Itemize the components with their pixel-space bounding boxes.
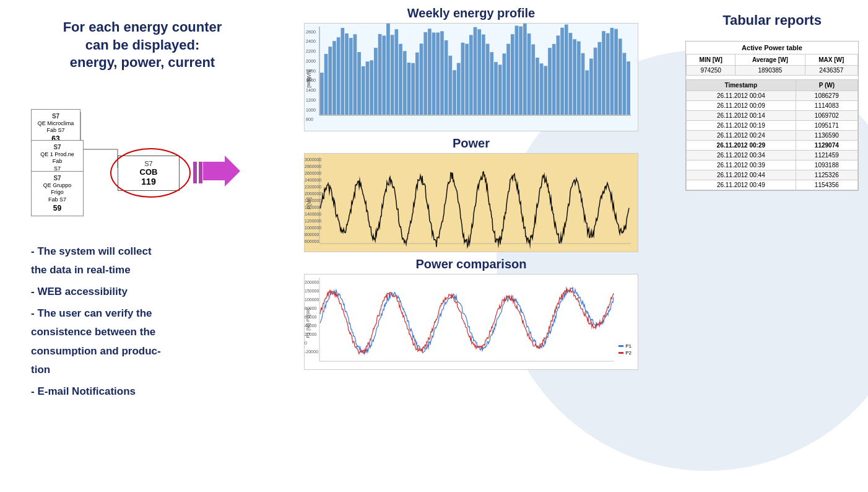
cell-timestamp: 26.11.2012 00:24 [687, 131, 796, 141]
weekly-energy-section: Weekly energy profile [Wh] 2600 2400 220… [272, 6, 670, 131]
table-row: 26.11.2012 00:341121459 [687, 151, 858, 160]
table-header-row: MIN [W] Average [W] MAX [W] [687, 55, 858, 66]
legend-p2-color [618, 352, 623, 354]
table-row: 26.11.2012 00:241136590 [687, 131, 858, 141]
power-section: Power [272, 136, 670, 252]
report-table-container: Active Power table MIN [W] Average [W] M… [685, 41, 859, 191]
weekly-canvas [305, 24, 633, 126]
cell-power: 1095171 [796, 121, 857, 131]
tree-node-frigo: S7 QE Gruppo FrigoFab S7 59 [31, 171, 84, 217]
tabular-title: Tabular reports [723, 12, 822, 29]
detail-table: Timestamp P (W) 26.11.2012 00:0410862792… [686, 79, 858, 190]
report-table: MIN [W] Average [W] MAX [W] 974250 18903… [686, 54, 858, 76]
cell-power: 1136590 [796, 131, 857, 141]
table-row: 26.11.2012 00:441125326 [687, 170, 858, 180]
right-panel: Tabular reports Active Power table MIN [… [676, 0, 868, 492]
cell-power: 1154356 [796, 180, 857, 190]
col-max: MAX [W] [805, 55, 858, 66]
cell-power: 1121459 [796, 151, 857, 160]
weekly-title: Weekly energy profile [407, 6, 535, 20]
feature-web: - WEB accessibility [31, 283, 254, 302]
cell-timestamp: 26.11.2012 00:44 [687, 170, 796, 180]
title-line3: energy, power, current [70, 55, 215, 70]
main-layout: For each energy counter can be displayed… [0, 0, 868, 492]
comparison-section: Power comparison P1 P2 [272, 257, 670, 370]
cell-timestamp: 26.11.2012 00:19 [687, 121, 796, 131]
legend-p1-color [618, 345, 623, 347]
power-chart [304, 153, 638, 252]
cell-timestamp: 26.11.2012 00:49 [687, 180, 796, 190]
feature-list: - The system will collect the data in re… [31, 242, 254, 402]
col-avg: Average [W] [736, 55, 805, 66]
col-timestamp: Timestamp [687, 80, 796, 91]
tree-diagram: S7 QE MicroclimaFab S7 63 S7 QE 1 Prod.n… [31, 87, 229, 224]
col-min: MIN [W] [687, 55, 736, 66]
table-row: 26.11.2012 00:491154356 [687, 180, 858, 190]
power-canvas [305, 154, 633, 252]
cell-power: 1125326 [796, 170, 857, 180]
power-title: Power [453, 136, 490, 151]
title-line1: For each energy counter [63, 19, 222, 35]
left-title: For each energy counter can be displayed… [31, 19, 254, 72]
table-row: 26.11.2012 00:141069702 [687, 111, 858, 121]
legend-p1: P1 [618, 343, 631, 349]
cell-timestamp: 26.11.2012 00:34 [687, 151, 796, 160]
cell-timestamp: 26.11.2012 00:14 [687, 111, 796, 121]
feature-email: - E-mail Notifications [31, 382, 254, 402]
cell-timestamp: 26.11.2012 00:29 [687, 141, 796, 151]
cell-power: 1069702 [796, 111, 857, 121]
cell-power: 1086279 [796, 91, 857, 101]
left-panel: For each energy counter can be displayed… [0, 0, 266, 492]
cell-power: 1129074 [796, 141, 857, 151]
title-line2: can be displayed: [85, 37, 200, 53]
feature-collect: - The system will collect the data in re… [31, 242, 254, 280]
val-min: 974250 [687, 66, 736, 76]
center-panel: Weekly energy profile [Wh] 2600 2400 220… [266, 0, 676, 492]
val-avg: 1890385 [736, 66, 805, 76]
svg-marker-6 [203, 156, 240, 187]
detail-tbody: 26.11.2012 00:04108627926.11.2012 00:091… [687, 91, 858, 190]
feature-verify: - The user can verify the consistence be… [31, 304, 254, 380]
cob-highlight-oval [110, 148, 191, 198]
comparison-canvas [305, 275, 633, 370]
col-power: P (W) [796, 80, 857, 91]
table-row: 26.11.2012 00:291129074 [687, 141, 858, 151]
cell-power: 1114083 [796, 101, 857, 111]
cell-timestamp: 26.11.2012 00:04 [687, 91, 796, 101]
report-table-title: Active Power table [686, 42, 858, 54]
legend-p2: P2 [618, 350, 631, 356]
weekly-chart: [Wh] 2600 2400 2200 2000 1800 1600 1400 … [304, 23, 638, 131]
cell-power: 1093188 [796, 160, 857, 170]
detail-header-row: Timestamp P (W) [687, 80, 858, 91]
table-row: 26.11.2012 00:091114083 [687, 101, 858, 111]
big-arrow [203, 156, 240, 189]
cell-timestamp: 26.11.2012 00:09 [687, 101, 796, 111]
val-max: 2436357 [805, 66, 858, 76]
legend-p1-label: P1 [625, 343, 631, 349]
table-row: 26.11.2012 00:391093188 [687, 160, 858, 170]
chart-legend: P1 P2 [618, 343, 631, 357]
summary-row: 974250 1890385 2436357 [687, 66, 858, 76]
comparison-chart: P1 P2 [304, 274, 638, 370]
legend-p2-label: P2 [625, 350, 631, 356]
connector-double-bar [193, 162, 202, 183]
table-row: 26.11.2012 00:191095171 [687, 121, 858, 131]
cell-timestamp: 26.11.2012 00:39 [687, 160, 796, 170]
table-row: 26.11.2012 00:041086279 [687, 91, 858, 101]
comparison-title: Power comparison [416, 257, 527, 271]
